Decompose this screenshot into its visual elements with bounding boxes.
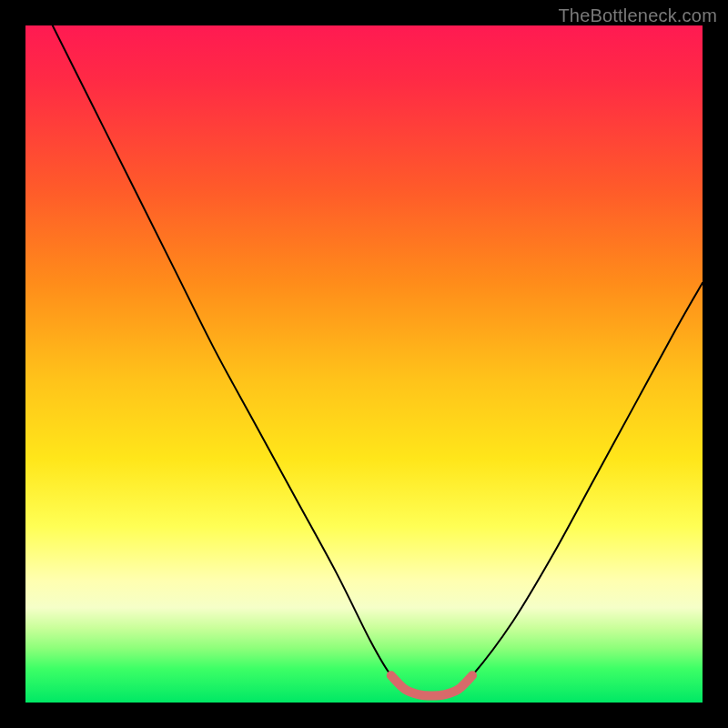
curve-layer: [25, 25, 703, 703]
minimum-marker: [391, 675, 472, 695]
main-curve: [53, 25, 703, 696]
watermark-text: TheBottleneck.com: [558, 5, 717, 26]
plot-area: [25, 25, 703, 703]
chart-container: TheBottleneck.com: [0, 0, 728, 728]
